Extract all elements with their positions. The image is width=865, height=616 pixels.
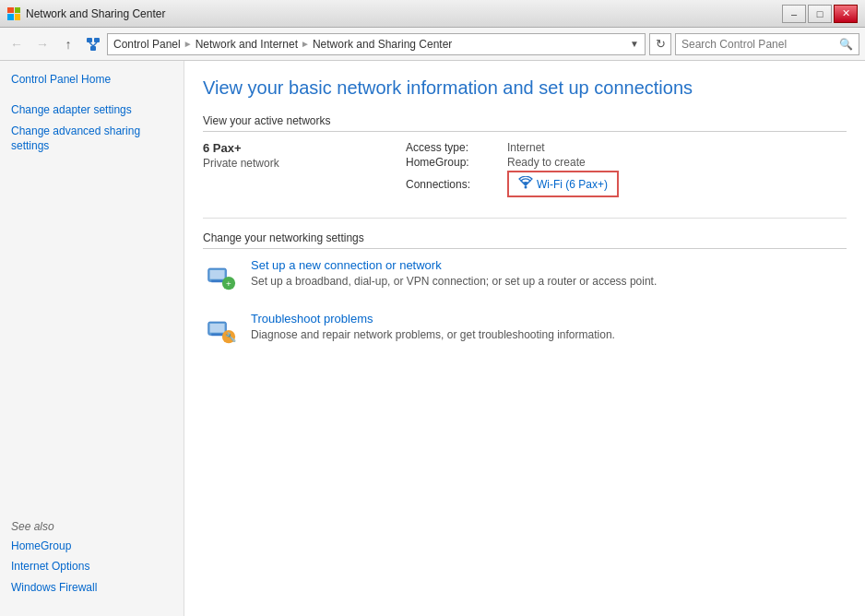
path-control-panel[interactable]: Control Panel	[113, 38, 181, 51]
settings-section: + Set up a new connection or network Set…	[203, 258, 847, 349]
svg-line-3	[89, 42, 93, 46]
wifi-link[interactable]: Wi-Fi (6 Pax+)	[537, 178, 608, 191]
sidebar-home-link[interactable]: Control Panel Home	[11, 72, 172, 88]
svg-rect-7	[210, 270, 225, 279]
sidebar: Control Panel Home Change adapter settin…	[0, 61, 184, 616]
svg-rect-12	[210, 324, 225, 333]
svg-point-5	[525, 186, 527, 189]
troubleshoot-desc: Diagnose and repair network problems, or…	[251, 328, 615, 341]
maximize-button[interactable]: □	[808, 5, 832, 23]
content-area: View your basic network information and …	[184, 61, 865, 616]
app-icon	[7, 7, 20, 20]
sidebar-homegroup-link[interactable]: HomeGroup	[11, 539, 172, 554]
svg-rect-8	[211, 280, 222, 283]
new-connection-icon: +	[203, 258, 240, 295]
sidebar-internet-options-link[interactable]: Internet Options	[11, 559, 172, 575]
network-type: Private network	[203, 157, 406, 170]
sidebar-advanced-sharing[interactable]: Change advanced sharing settings	[11, 124, 172, 155]
connections-row: Connections: Wi-Fi (6 Pax+)	[406, 171, 847, 197]
homegroup-label: HomeGroup:	[406, 156, 507, 169]
svg-rect-2	[90, 46, 96, 51]
close-button[interactable]: ✕	[834, 5, 858, 23]
minimize-button[interactable]: –	[782, 5, 806, 23]
new-connection-link[interactable]: Set up a new connection or network	[251, 258, 657, 272]
sidebar-see-also-section: See also HomeGroup Internet Options Wind…	[11, 520, 172, 616]
address-path[interactable]: Control Panel ► Network and Internet ► N…	[107, 33, 646, 55]
network-name: 6 Pax+	[203, 141, 406, 155]
path-network-sharing[interactable]: Network and Sharing Center	[313, 38, 452, 51]
troubleshoot-icon: 🔧	[203, 312, 240, 349]
svg-rect-13	[211, 334, 222, 337]
svg-text:🔧: 🔧	[225, 331, 236, 343]
svg-text:+: +	[226, 278, 231, 289]
svg-line-4	[93, 42, 97, 46]
search-icon[interactable]: 🔍	[839, 38, 853, 51]
search-box[interactable]: 🔍	[675, 33, 859, 55]
path-network-internet[interactable]: Network and Internet	[196, 38, 298, 51]
up-button[interactable]: ↑	[57, 33, 79, 55]
network-name-block: 6 Pax+ Private network	[203, 141, 406, 170]
refresh-button[interactable]: ↻	[649, 33, 671, 55]
homegroup-value: Ready to create	[507, 156, 586, 169]
setting-text-troubleshoot: Troubleshoot problems Diagnose and repai…	[251, 312, 615, 341]
window-controls: – □ ✕	[782, 5, 858, 23]
wifi-icon	[518, 176, 533, 192]
see-also-label: See also	[11, 520, 172, 533]
window-title: Network and Sharing Center	[26, 7, 165, 20]
title-bar: Network and Sharing Center – □ ✕	[0, 0, 865, 28]
troubleshoot-link[interactable]: Troubleshoot problems	[251, 312, 615, 326]
access-type-row: Access type: Internet	[406, 141, 847, 154]
network-details: Access type: Internet HomeGroup: Ready t…	[406, 141, 847, 199]
svg-rect-1	[94, 38, 100, 42]
address-bar: ← → ↑ Control Panel ► Network and Intern…	[0, 28, 865, 61]
setting-item-troubleshoot: 🔧 Troubleshoot problems Diagnose and rep…	[203, 312, 847, 349]
svg-rect-0	[87, 38, 92, 42]
new-connection-desc: Set up a broadband, dial-up, or VPN conn…	[251, 275, 657, 288]
setting-text-new-connection: Set up a new connection or network Set u…	[251, 258, 657, 288]
sidebar-adapter-settings[interactable]: Change adapter settings	[11, 102, 172, 118]
setting-item-new-connection: + Set up a new connection or network Set…	[203, 258, 847, 295]
connections-box: Wi-Fi (6 Pax+)	[507, 171, 619, 197]
sidebar-windows-firewall-link[interactable]: Windows Firewall	[11, 580, 172, 596]
access-type-value: Internet	[507, 141, 545, 154]
back-button[interactable]: ←	[6, 33, 28, 55]
path-icon	[86, 37, 101, 52]
homegroup-row: HomeGroup: Ready to create	[406, 156, 847, 169]
networking-settings-header: Change your networking settings	[203, 231, 847, 249]
page-title: View your basic network information and …	[203, 76, 847, 100]
network-info-row: 6 Pax+ Private network Access type: Inte…	[203, 141, 847, 199]
forward-button[interactable]: →	[31, 33, 53, 55]
main-layout: Control Panel Home Change adapter settin…	[0, 61, 865, 616]
connections-label: Connections:	[406, 178, 507, 191]
address-dropdown[interactable]: ▼	[630, 39, 639, 49]
active-networks-header: View your active networks	[203, 114, 847, 132]
access-type-label: Access type:	[406, 141, 507, 154]
search-input[interactable]	[681, 38, 839, 51]
